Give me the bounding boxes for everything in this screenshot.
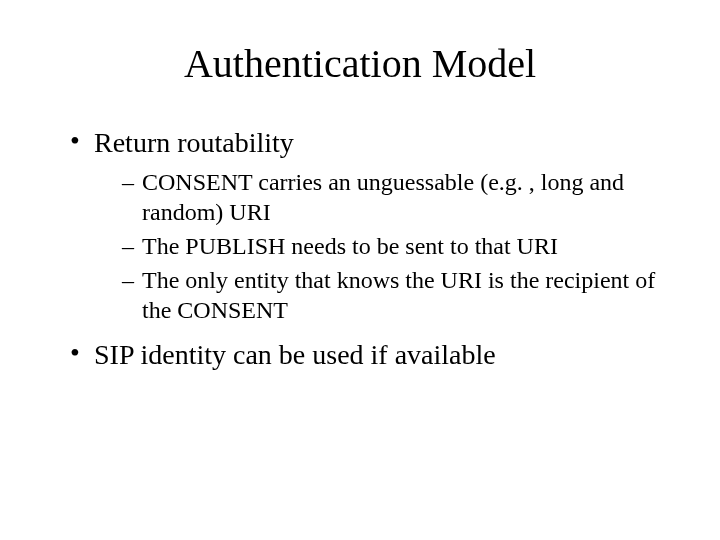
- bullet-item: Return routability CONSENT carries an un…: [70, 127, 670, 325]
- sub-bullet-list: CONSENT carries an unguessable (e.g. , l…: [94, 167, 670, 325]
- bullet-text: Return routability: [94, 127, 294, 158]
- sub-bullet-item: CONSENT carries an unguessable (e.g. , l…: [122, 167, 670, 227]
- slide-title: Authentication Model: [50, 40, 670, 87]
- bullet-text: SIP identity can be used if available: [94, 339, 496, 370]
- bullet-item: SIP identity can be used if available: [70, 339, 670, 371]
- sub-bullet-item: The PUBLISH needs to be sent to that URI: [122, 231, 670, 261]
- bullet-list: Return routability CONSENT carries an un…: [50, 127, 670, 371]
- sub-bullet-item: The only entity that knows the URI is th…: [122, 265, 670, 325]
- slide: Authentication Model Return routability …: [0, 0, 720, 540]
